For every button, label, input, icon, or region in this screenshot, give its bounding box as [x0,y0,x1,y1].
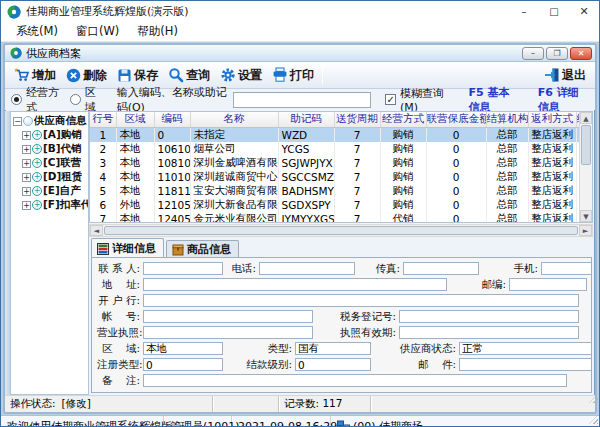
column-header[interactable]: 返利方式 [528,112,576,127]
expand-icon[interactable]: + [22,159,31,168]
node-icon: + [32,144,42,154]
expand-icon[interactable]: + [22,187,31,196]
tree-item[interactable]: + + [F]扣率代销 [22,198,88,212]
settings-button[interactable]: 设置 [215,65,267,86]
vertical-scrollbar[interactable]: ▲ ▼ [579,112,592,222]
fax-input[interactable] [403,262,479,275]
menu-item[interactable]: 窗口(W) [67,24,128,39]
window-title: 佳期商业管理系统辉煌版(演示版) [26,4,509,19]
search-input[interactable] [233,92,371,108]
fuzzy-checkbox[interactable]: ✓ [385,94,396,105]
tax-input[interactable] [399,310,579,323]
phone-label: 电话: [223,262,259,276]
mode-radio[interactable] [11,94,22,105]
tree-item[interactable]: + + [C]联营 [22,156,88,170]
minimize-button[interactable]: – [509,1,539,22]
horizontal-scrollbar[interactable]: ◄ ► [89,224,593,237]
goods-box-icon [172,244,184,256]
reg-type-input[interactable] [143,358,223,371]
collapse-icon[interactable]: − [13,117,22,126]
address-input[interactable] [143,278,447,291]
tab-goods-info[interactable]: 商品信息 [166,240,239,257]
expand-icon[interactable]: + [22,131,31,140]
tree-item[interactable]: + + [E]自产 [22,184,88,198]
region-radio[interactable] [70,94,81,105]
tree-item[interactable]: + + [D]租赁 [22,170,88,184]
account-input[interactable] [143,310,313,323]
mobile-input[interactable] [541,262,592,275]
filter-bar: 经营方式 区域 输入编码、名称或助记码(Q) ✓ 模糊查询(M) F5 基本信息… [5,89,595,110]
column-header[interactable]: 行号 [90,112,116,127]
scroll-up-icon[interactable]: ▲ [580,112,592,124]
close-button[interactable]: ✕ [569,1,599,22]
node-icon: + [32,200,42,210]
save-button[interactable]: 保存 [112,65,163,86]
inner-window-title: 供应商档案 [26,46,522,61]
query-button[interactable]: 查询 [163,65,215,86]
cell-guarantee-amount: 0 [426,156,486,170]
column-header[interactable]: 名称 [190,112,278,127]
inner-minimize-button[interactable]: – [522,47,544,60]
zip-input[interactable] [509,278,587,291]
cell-rownum: 1 [90,127,116,142]
hscroll-thumb[interactable] [104,226,578,235]
type-input[interactable] [295,342,371,355]
note-input[interactable] [143,374,567,387]
inner-close-button[interactable]: ✕ [570,47,592,60]
menu-item[interactable]: 帮助(H) [128,24,187,39]
vscroll-thumb[interactable] [581,125,591,165]
expand-icon[interactable]: + [22,173,31,182]
column-header[interactable]: 经营方式 [380,112,426,127]
expand-icon[interactable]: + [22,145,31,154]
cell-mnemonic: SGCCSMZ [278,170,334,184]
print-button[interactable]: 打印 [267,65,319,86]
column-header[interactable]: 区域 [116,112,154,127]
supplier-row[interactable]: 4 本地 11010 深圳超诚商贸中心 SGCCSMZ 7 购销 0 总部 [90,170,579,184]
email-input[interactable] [459,358,592,371]
region-label: 区 域: [97,342,143,356]
column-header[interactable]: 助记码 [278,112,334,127]
exit-button[interactable]: 退出 [539,65,591,86]
tree-root[interactable]: − 供应商信息 [13,114,88,128]
tab-goods-label: 商品信息 [187,242,231,257]
supplier-row[interactable]: 3 本地 10810 深圳金威啤酒有限公司 SGJWPJYX 7 购销 0 总部 [90,156,579,170]
cell-business-mode: 购销 [380,156,426,170]
inner-restore-button[interactable]: ❐ [546,47,568,60]
supplier-row[interactable]: 5 本地 11811 宝安大湖商贸有限公司 BADHSMY 7 购销 0 总部 [90,184,579,198]
cell-region: 本地 [116,127,154,142]
bank-input[interactable] [143,294,579,307]
add-button[interactable]: 增加 [9,65,61,86]
supplier-row[interactable]: 2 本地 10610 烟草公司 YCGS 7 购销 0 总部 [90,142,579,156]
tab-detail-info[interactable]: 详细信息 [91,238,164,257]
right-panel: 行号区域编码名称助记码送货周期经营方式联营保底金额结算机构返利方式结算方式 1 … [89,111,593,395]
column-header[interactable]: 编码 [154,112,190,127]
supplier-row[interactable]: 1 本地 0 未指定 WZD 7 购销 0 总部 [90,127,579,142]
tree-root-label: 供应商信息 [34,114,87,128]
column-header[interactable]: 送货周期 [334,112,380,127]
tree-item[interactable]: + + [B]代销 [22,142,88,156]
status-input[interactable] [459,342,592,355]
scroll-down-icon[interactable]: ▼ [580,210,592,222]
maximize-button[interactable]: □ [539,1,569,22]
content-area: − 供应商信息 + + [A]购销 + + [B]代销 [5,110,595,395]
delete-button[interactable]: 删除 [61,65,112,86]
root-node-icon [23,116,33,126]
license-valid-input[interactable] [399,326,579,339]
scroll-right-icon[interactable]: ► [579,225,592,236]
cell-region: 本地 [116,212,154,223]
region-input[interactable] [143,342,223,355]
phone-input[interactable] [259,262,355,275]
supplier-row[interactable]: 7 本地 12405 金元米业有限公司 JYMYYXGS 7 代销 0 总部 [90,212,579,223]
settle-level-input[interactable] [295,358,371,371]
menu-item[interactable]: 系统(M) [7,24,67,39]
column-header[interactable]: 结算机构 [486,112,528,127]
tree-item[interactable]: + + [A]购销 [22,128,88,142]
scroll-left-icon[interactable]: ◄ [90,225,103,236]
cell-mnemonic: JYMYYXGS [278,212,334,223]
contact-input[interactable] [143,262,223,275]
license-input[interactable] [143,326,313,339]
cell-rebate-mode: 整店返利 [528,142,576,156]
supplier-row[interactable]: 6 外地 12105 深圳大新食品有限公司 SGDXSPY 7 购销 0 总部 [90,198,579,212]
column-header[interactable]: 联营保底金额 [426,112,486,127]
expand-icon[interactable]: + [22,201,31,210]
